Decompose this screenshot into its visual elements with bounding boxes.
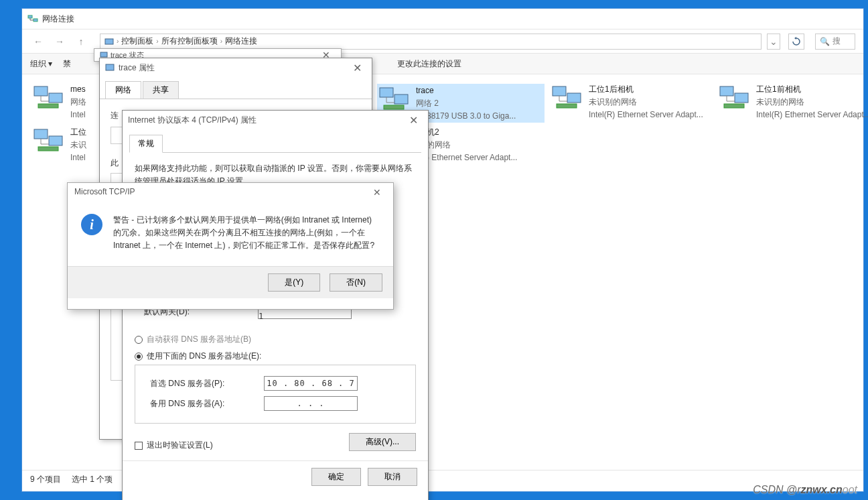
net-info: 工位1前相机 未识别的网络 Intel(R) Ethernet Server A… [756, 84, 868, 120]
close-button[interactable]: ✕ [348, 62, 366, 74]
advanced-button[interactable]: 高级(V)... [349, 433, 416, 451]
dialog-title: trace 属性 [119, 62, 155, 74]
tab-network[interactable]: 网络 [105, 81, 141, 99]
network-item-rear-cam[interactable]: 工位1后相机 未识别的网络 Intel(R) Ethernet Server A… [551, 84, 719, 120]
forward-button[interactable]: → [52, 34, 68, 50]
net-info: 工位1后相机 未识别的网络 Intel(R) Ethernet Server A… [589, 84, 703, 120]
yes-button[interactable]: 是(Y) [268, 273, 320, 292]
tab-general[interactable]: 常规 [129, 135, 163, 153]
svg-rect-17 [724, 104, 744, 108]
net-sub: 未识 [70, 139, 86, 151]
explorer-titlebar: 网络连接 [22, 9, 863, 29]
svg-rect-0 [28, 15, 32, 18]
dns-pref-input[interactable]: 10 . 80 . 68 . 7 [264, 376, 358, 391]
net-dev: Intel [70, 109, 86, 121]
checkbox-label: 退出时验证设置(L) [147, 440, 213, 451]
net-dev: AX88179 USB 3.0 to Giga... [416, 111, 516, 122]
watermark: CSDN @rznwx.cnoot [753, 484, 857, 496]
close-button[interactable]: ✕ [368, 187, 386, 198]
checkbox-icon [135, 442, 143, 450]
net-name: 工位 [70, 127, 86, 138]
svg-rect-16 [735, 93, 748, 103]
back-button[interactable]: ← [30, 34, 46, 50]
network-item-front-cam[interactable]: 工位1前相机 未识别的网络 Intel(R) Ethernet Server A… [719, 84, 868, 120]
radio-icon [135, 353, 143, 361]
net-sub: 的网络 [427, 139, 517, 151]
net-name: trace [416, 85, 516, 97]
breadcrumb-item[interactable]: 所有控制面板项 [161, 36, 218, 47]
dns-alt-input[interactable]: . . . [264, 396, 358, 411]
svg-rect-19 [106, 64, 114, 70]
network-adapter-icon [719, 84, 751, 111]
tab-share[interactable]: 共享 [143, 81, 179, 99]
search-icon: 🔍 [820, 37, 830, 46]
control-panel-icon [104, 37, 114, 46]
svg-rect-12 [553, 86, 566, 96]
net-sub: 网络 [70, 97, 86, 108]
chevron-right-icon: › [117, 38, 119, 45]
network-adapter-icon [551, 84, 583, 111]
net-info: 机2 的网络 ) Ethernet Server Adapt... [427, 127, 517, 163]
tcpip-warning-messagebox: Microsoft TCP/IP ✕ i 警告 - 已计划将多个默认网关用于提供… [67, 182, 394, 310]
net-info: trace 网络 2 AX88179 USB 3.0 to Giga... [416, 85, 516, 121]
tab-bar: 常规 [123, 129, 428, 153]
disable-button[interactable]: 禁 [63, 58, 71, 70]
search-input[interactable]: 🔍 搜 [815, 34, 855, 50]
messagebox-buttons: 是(Y) 否(N) [68, 266, 393, 298]
net-sub: 网络 2 [416, 98, 516, 109]
tab-bar: 网络 共享 [100, 77, 372, 99]
radio-icon [135, 336, 143, 344]
dns-auto-radio[interactable]: 自动获得 DNS 服务器地址(B) [135, 334, 416, 345]
svg-rect-3 [34, 86, 48, 96]
dns-manual-radio[interactable]: 使用下面的 DNS 服务器地址(E): [135, 351, 416, 362]
network-adapter-icon [378, 85, 411, 112]
cancel-button[interactable]: 取消 [368, 468, 417, 486]
organize-menu[interactable]: 组织 ▾ [30, 58, 52, 70]
breadcrumb-item[interactable]: 网络连接 [225, 36, 257, 47]
breadcrumb-item[interactable]: 控制面板 [121, 36, 153, 47]
svg-rect-1 [33, 19, 38, 21]
svg-rect-15 [720, 86, 733, 96]
explorer-title: 网络连接 [42, 13, 74, 25]
search-placeholder: 搜 [833, 36, 841, 47]
dialog-title: Microsoft TCP/IP [74, 187, 135, 196]
chevron-right-icon: › [220, 38, 222, 45]
chevron-down-icon[interactable]: ⌄ [767, 34, 780, 50]
no-button[interactable]: 否(N) [330, 273, 382, 292]
svg-rect-13 [567, 93, 581, 103]
network-item-cam2[interactable]: 机2 的网络 ) Ethernet Server Adapt... [427, 127, 554, 163]
dialog-titlebar[interactable]: trace 属性 ✕ [100, 58, 372, 77]
dialog-title: Internet 协议版本 4 (TCP/IPv4) 属性 [128, 115, 257, 126]
net-name: 机2 [427, 127, 517, 138]
net-name: mes [70, 84, 86, 95]
svg-rect-9 [380, 88, 393, 97]
radio-label: 自动获得 DNS 服务器地址(B) [147, 334, 251, 345]
svg-rect-10 [394, 95, 408, 104]
net-dev: Intel(R) Ethernet Server Adapt... [756, 109, 868, 121]
messagebox-body: i 警告 - 已计划将多个默认网关用于提供单一网络(例如 Intranet 或 … [68, 200, 393, 266]
refresh-button[interactable] [788, 34, 804, 50]
breadcrumb[interactable]: › 控制面板 › 所有控制面板项 › 网络连接 [100, 34, 762, 50]
svg-rect-5 [38, 104, 58, 108]
dns-preferred-row: 首选 DNS 服务器(P): 10 . 80 . 68 . 7 [150, 376, 410, 391]
refresh-icon [792, 37, 801, 46]
info-icon: i [81, 214, 102, 235]
dialog-buttons: 确定 取消 [123, 460, 428, 493]
change-settings-button[interactable]: 更改此连接的设置 [397, 58, 461, 70]
svg-rect-6 [34, 129, 48, 139]
net-info: 工位 未识 Intel [70, 127, 86, 163]
net-info: mes 网络 Intel [70, 84, 86, 120]
dialog-titlebar[interactable]: Internet 协议版本 4 (TCP/IPv4) 属性 ✕ [123, 111, 428, 129]
radio-label: 使用下面的 DNS 服务器地址(E): [147, 351, 261, 362]
dialog-titlebar[interactable]: Microsoft TCP/IP ✕ [68, 183, 393, 200]
up-button[interactable]: ↑ [73, 34, 89, 50]
watermark-znwx: znwx.cn [801, 484, 843, 495]
net-sub: 未识别的网络 [589, 97, 703, 108]
net-sub: 未识别的网络 [756, 97, 868, 108]
svg-rect-14 [557, 104, 577, 108]
ok-button[interactable]: 确定 [311, 468, 361, 486]
validate-on-exit-checkbox[interactable]: 退出时验证设置(L) [135, 440, 213, 451]
close-button[interactable]: ✕ [404, 114, 423, 127]
net-name: 工位1前相机 [756, 84, 868, 95]
net-dev: Intel(R) Ethernet Server Adapt... [589, 109, 703, 121]
